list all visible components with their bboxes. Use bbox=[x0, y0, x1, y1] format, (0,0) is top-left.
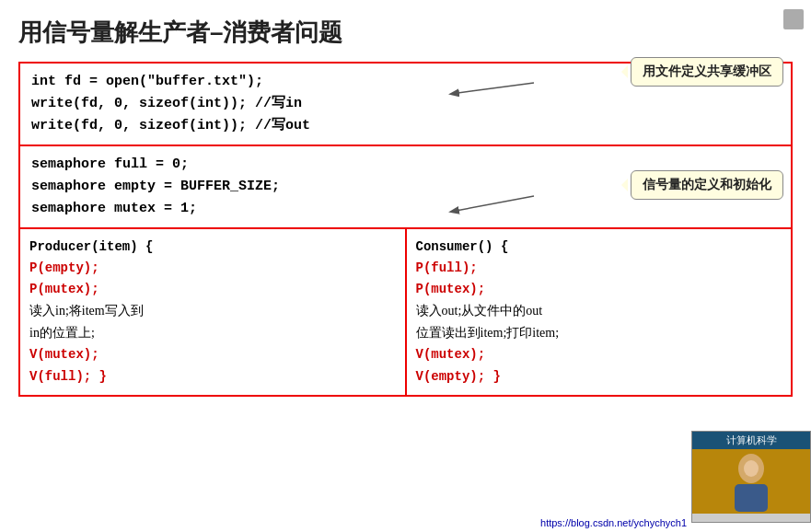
callout-semaphore-def: 信号量的定义和初始化 bbox=[631, 170, 783, 200]
consumer-line4: 位置读出到item;打印item; bbox=[416, 322, 782, 344]
code-line-2: write(fd, 0, sizeof(int)); //写in bbox=[31, 93, 780, 115]
producer-line4: in的位置上; bbox=[29, 322, 396, 344]
producer-line6: V(full); } bbox=[29, 366, 396, 387]
watermark bbox=[783, 9, 804, 29]
video-thumbnail: 计算机科学 bbox=[691, 431, 811, 523]
svg-rect-3 bbox=[735, 484, 768, 512]
page-title: 用信号量解生产者–消费者问题 bbox=[18, 17, 793, 49]
code-sem-line-3: semaphore mutex = 1; bbox=[31, 198, 780, 220]
consumer-line6: V(empty); } bbox=[416, 366, 782, 387]
producer-line1: P(empty); bbox=[29, 258, 396, 279]
svg-point-4 bbox=[744, 460, 759, 477]
video-face bbox=[692, 449, 810, 514]
callout-file-buffer: 用文件定义共享缓冲区 bbox=[631, 57, 783, 87]
consumer-line5: V(mutex); bbox=[416, 344, 782, 365]
code-line-3: write(fd, 0, sizeof(int)); //写out bbox=[31, 115, 780, 137]
video-label: 计算机科学 bbox=[692, 432, 810, 449]
bottom-code-row: Producer(item) { P(empty); P(mutex); 读入i… bbox=[18, 229, 793, 397]
consumer-header: Consumer() { bbox=[416, 237, 782, 258]
main-container: 用信号量解生产者–消费者问题 int fd = open("buffer.txt… bbox=[0, 0, 811, 406]
producer-line5: V(mutex); bbox=[29, 344, 396, 365]
consumer-line3: 读入out;从文件中的out bbox=[416, 300, 782, 322]
producer-line2: P(mutex); bbox=[29, 279, 396, 300]
consumer-line1: P(full); bbox=[416, 258, 782, 279]
url-text: https://blog.csdn.net/ychychych1 bbox=[540, 517, 687, 528]
producer-header: Producer(item) { bbox=[29, 237, 396, 258]
person-icon bbox=[724, 452, 779, 512]
producer-line3: 读入in;将item写入到 bbox=[29, 300, 396, 322]
producer-block: Producer(item) { P(empty); P(mutex); 读入i… bbox=[18, 229, 406, 397]
consumer-block: Consumer() { P(full); P(mutex); 读入out;从文… bbox=[406, 229, 794, 397]
consumer-line2: P(mutex); bbox=[416, 279, 782, 300]
